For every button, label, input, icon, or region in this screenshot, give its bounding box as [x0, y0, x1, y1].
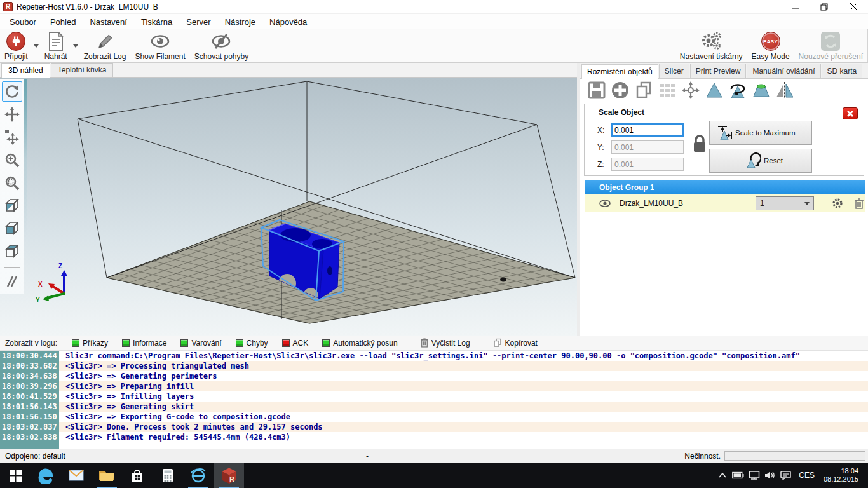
menu-soubor[interactable]: Soubor	[3, 15, 43, 29]
close-button[interactable]	[839, 0, 868, 13]
show-filament-button[interactable]: Show Filament	[130, 29, 189, 62]
tab-print-preview[interactable]: Print Preview	[690, 64, 747, 78]
autoposition-button[interactable]	[657, 80, 677, 100]
log-toggle-commands[interactable]: Příkazy	[66, 337, 114, 349]
menu-nastaveni[interactable]: Nastavení	[83, 15, 134, 29]
scale-y-input[interactable]	[611, 140, 684, 154]
log-toggle-warnings[interactable]: Varování	[175, 337, 227, 349]
copies-dropdown[interactable]: 1	[756, 196, 814, 210]
lock-icon[interactable]	[691, 134, 708, 154]
copy-log-button[interactable]: Kopírovat	[487, 337, 543, 349]
load-dropdown[interactable]	[72, 29, 79, 62]
scale-z-input[interactable]	[611, 158, 684, 171]
save-button[interactable]	[587, 80, 607, 100]
start-button[interactable]	[0, 463, 31, 488]
taskbar-calculator[interactable]	[153, 463, 183, 488]
tray-chevron-up-icon[interactable]	[714, 463, 730, 488]
show-desktop-button[interactable]	[865, 463, 868, 488]
top-view-button[interactable]	[2, 241, 22, 262]
toggle-label: Informace	[133, 339, 166, 348]
mirror-object-button[interactable]	[775, 80, 795, 100]
log-row: 18:00:41.529<Slic3r> => Infilling layers	[0, 391, 868, 402]
zoom-fit-button[interactable]	[2, 173, 22, 193]
log-toggle-errors[interactable]: Chyby	[230, 337, 274, 349]
taskbar-repetier-host[interactable]: R	[214, 463, 244, 488]
scale-x-input[interactable]	[611, 123, 684, 137]
tab-sd-card[interactable]: SD karta	[822, 64, 863, 78]
add-object-button[interactable]	[610, 80, 630, 100]
parallel-projection-button[interactable]	[2, 271, 22, 292]
emergency-stop-button[interactable]: Nouzové přerušení	[794, 29, 868, 62]
visibility-eye-icon[interactable]	[599, 200, 611, 207]
reset-scale-button[interactable]: Reset	[709, 149, 812, 173]
connect-button[interactable]: Připojit	[0, 29, 32, 62]
load-button[interactable]: Nahrát	[40, 29, 72, 62]
scale-object-button[interactable]	[704, 80, 724, 100]
center-object-button[interactable]	[681, 80, 701, 100]
tab-object-placement[interactable]: Rozmístění objektů	[581, 64, 658, 79]
menu-server[interactable]: Server	[179, 15, 217, 29]
toggle-label: Varování	[191, 339, 221, 348]
delete-object-trash-icon[interactable]	[855, 198, 864, 209]
move-object-button[interactable]	[2, 127, 22, 147]
show-log-label: Zobrazit Log	[84, 52, 126, 61]
scale-to-maximum-button[interactable]: Scale to Maximum	[709, 121, 812, 145]
restore-button[interactable]	[810, 0, 839, 13]
menu-pohled[interactable]: Pohled	[43, 15, 83, 29]
easy-mode-icon: EASY	[761, 32, 780, 51]
easy-mode-button[interactable]: EASY Easy Mode	[747, 29, 794, 62]
move-view-button[interactable]	[2, 104, 22, 125]
isometric-view-button[interactable]	[2, 196, 22, 216]
tray-battery-icon[interactable]	[730, 463, 746, 488]
tab-slicer[interactable]: Slicer	[659, 64, 689, 78]
menu-nastroje[interactable]: Nástroje	[218, 15, 262, 29]
toggle-label: Příkazy	[83, 339, 108, 348]
lay-flat-button[interactable]	[751, 80, 771, 100]
menu-napoveda[interactable]: Nápověda	[262, 15, 314, 29]
axis-y-label: Y	[36, 297, 40, 304]
object-group-header[interactable]: Object Group 1	[585, 180, 865, 194]
connect-dropdown[interactable]	[32, 29, 40, 62]
object-settings-gear-icon[interactable]	[832, 198, 843, 209]
tab-label: Manuální ovládání	[752, 67, 815, 76]
tray-volume-icon[interactable]	[762, 463, 778, 488]
log-toggle-ack[interactable]: ACK	[276, 337, 315, 349]
menu-tiskarna[interactable]: Tiskárna	[134, 15, 179, 29]
add-icon	[611, 81, 630, 100]
log-toggle-autoscroll[interactable]: Automatický posun	[316, 337, 403, 349]
clear-log-label: Vyčistit Log	[431, 339, 470, 348]
tray-action-center-icon[interactable]	[778, 463, 794, 488]
tab-temperature-curve[interactable]: Teplotní křivka	[51, 63, 114, 77]
minimize-button[interactable]	[780, 0, 810, 13]
show-log-button[interactable]: Zobrazit Log	[79, 29, 131, 62]
printer-settings-button[interactable]: Nastavení tiskárny	[675, 29, 747, 62]
log-output[interactable]: 18:00:30.444Slic3r command:C:\Program Fi…	[0, 351, 868, 449]
log-time: 18:00:39.296	[0, 381, 59, 391]
language-indicator[interactable]: CES	[794, 471, 820, 480]
front-view-button[interactable]	[2, 219, 22, 239]
taskbar-store[interactable]	[122, 463, 153, 488]
taskbar-clock[interactable]: 18:04 08.12.2015	[820, 467, 865, 484]
log-message: <Slic3r> => Generating skirt	[59, 402, 194, 412]
rotate-view-button[interactable]	[2, 81, 22, 102]
clear-log-button[interactable]: Vyčistit Log	[415, 337, 476, 349]
scale-z-row: Z:	[597, 158, 684, 171]
log-toggle-information[interactable]: Informace	[116, 337, 172, 349]
close-scale-panel-button[interactable]	[843, 107, 858, 119]
object-list-row[interactable]: Drzak_LM10UU_B 1	[585, 194, 865, 212]
copy-object-button[interactable]	[634, 80, 654, 100]
taskbar-internet-explorer[interactable]	[183, 463, 214, 488]
title-bar: R Repetier-Host V1.6.0 - Drzak_LM10UU_B	[0, 0, 868, 14]
axis-z-label: Z	[58, 262, 62, 269]
taskbar-file-explorer[interactable]	[92, 463, 122, 488]
3d-viewport[interactable]: X Y Z	[0, 78, 577, 336]
taskbar-mail[interactable]	[61, 463, 92, 488]
tab-3d-preview[interactable]: 3D náhled	[1, 63, 50, 78]
hide-moves-button[interactable]: Schovat pohyby	[190, 29, 253, 62]
zoom-in-button[interactable]	[2, 150, 22, 170]
tray-network-icon[interactable]	[746, 463, 762, 488]
taskbar-edge[interactable]	[31, 463, 61, 488]
tab-manual-control[interactable]: Manuální ovládání	[747, 64, 820, 78]
rotate-object-button[interactable]	[728, 80, 748, 100]
log-row: 18:00:39.296<Slic3r> => Preparing infill	[0, 381, 868, 391]
